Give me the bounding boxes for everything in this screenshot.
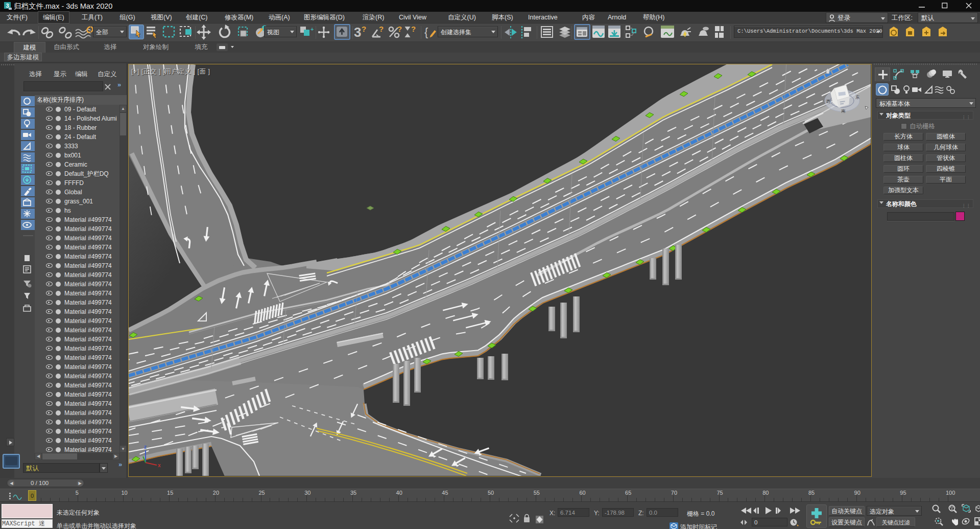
svg-text:+: + [310, 26, 314, 32]
svg-text:?: ? [362, 25, 366, 33]
svg-text:x: x [158, 463, 161, 468]
svg-text:?: ? [397, 25, 402, 33]
svg-text:{: { [424, 26, 428, 38]
svg-text:z: z [144, 444, 147, 450]
svg-text:3: 3 [354, 25, 361, 40]
svg-text:南: 南 [841, 109, 846, 113]
svg-text:东: 东 [855, 95, 859, 100]
svg-text:?: ? [379, 25, 384, 33]
svg-text:西: 西 [826, 99, 830, 104]
svg-text:3: 3 [6, 3, 9, 9]
svg-text:?: ? [411, 25, 416, 33]
